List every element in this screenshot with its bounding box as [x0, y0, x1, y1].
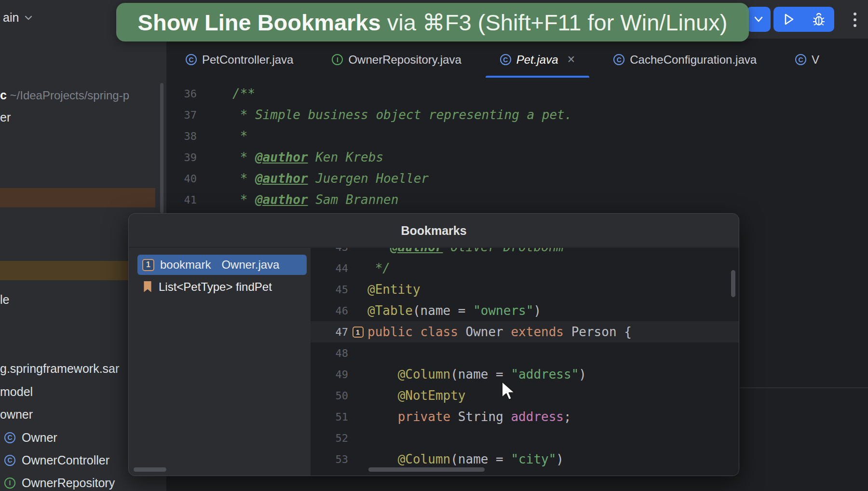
code-line-36: 36/**	[166, 83, 868, 104]
line-number[interactable]: 48	[311, 347, 348, 359]
code-line-39: 39 * @author Ken Krebs	[166, 147, 868, 168]
class-icon: C	[500, 54, 511, 65]
bug-icon	[812, 12, 826, 27]
class-icon: C	[4, 455, 15, 466]
code-line-43: 43 * @author Oliver Drotbohm	[311, 248, 739, 258]
line-number[interactable]: 36	[166, 88, 197, 100]
tree-item-interface-ownerrepository[interactable]: I OwnerRepository	[4, 472, 115, 491]
code-text: * Simple business object representing a …	[232, 108, 572, 122]
preview-horizontal-scrollbar[interactable]	[368, 467, 485, 472]
tree-item-label: OwnerController	[22, 453, 109, 467]
line-number[interactable]: 52	[311, 432, 348, 444]
tree-item-class-ownercontroller[interactable]: C OwnerController	[4, 450, 109, 471]
gutter[interactable]: 1	[348, 327, 367, 338]
class-icon: C	[4, 432, 15, 443]
line-number[interactable]: 37	[166, 109, 197, 121]
editor[interactable]: 36/**37 * Simple business object represe…	[166, 83, 868, 210]
tree-item-highlighted[interactable]	[0, 188, 155, 207]
line-number[interactable]: 40	[166, 173, 197, 185]
list-horizontal-scrollbar[interactable]	[134, 467, 166, 472]
code-line-46: 46@Table(name = "owners")	[311, 300, 739, 321]
code-line-49: 49 @Column(name = "address")	[311, 364, 739, 385]
tab-label: V	[812, 53, 819, 67]
code-text: *	[232, 129, 247, 143]
close-icon[interactable]: ×	[567, 53, 575, 66]
run-config-chevron-button[interactable]	[746, 7, 771, 32]
editor-tab-petcontroller-java[interactable]: CPetController.java	[166, 41, 312, 78]
code-text: * @author Sam Brannen	[232, 192, 398, 207]
code-text: */	[367, 261, 390, 275]
debug-button[interactable]	[805, 7, 832, 32]
code-line-41: 41 * @author Sam Brannen	[166, 189, 868, 210]
bookmark-list-item[interactable]: 1 bookmark Owner.java	[137, 255, 307, 275]
line-number[interactable]: 46	[311, 305, 348, 317]
line-number[interactable]: 53	[311, 453, 348, 465]
code-text: * @author Ken Krebs	[232, 150, 383, 164]
line-number[interactable]: 38	[166, 130, 197, 142]
preview-vertical-scrollbar[interactable]	[731, 270, 735, 297]
project-root-label: c	[0, 88, 7, 102]
more-menu-button[interactable]	[847, 13, 863, 27]
editor-tab-pet-java[interactable]: CPet.java×	[481, 41, 595, 78]
bookmarks-popup: Bookmarks 1 bookmark Owner.java List<Pet…	[128, 213, 739, 476]
tree-item-fragment[interactable]: le	[0, 291, 9, 308]
code-line-51: 51 private String address;	[311, 406, 739, 427]
popup-title: Bookmarks	[129, 214, 739, 247]
ide-window: ain	[0, 0, 868, 491]
code-text: * @author Juergen Hoeller	[232, 171, 429, 186]
bookmarks-list: 1 bookmark Owner.java List<PetType> find…	[129, 248, 311, 476]
code-text: * @author Oliver Drotbohm	[367, 248, 564, 254]
bookmark-flag-icon	[142, 281, 153, 293]
run-button[interactable]	[775, 7, 802, 32]
bookmark-mnemonic-badge[interactable]: 1	[353, 327, 364, 338]
tree-item-fragment[interactable]: er	[0, 109, 11, 125]
sidebar-scrollbar[interactable]	[160, 83, 163, 213]
tree-item-project-root[interactable]: c ~/IdeaProjects/spring-p	[0, 87, 129, 103]
tab-label: CacheConfiguration.java	[630, 53, 757, 67]
tree-item-package[interactable]: g.springframework.sar	[0, 360, 119, 377]
line-number[interactable]: 39	[166, 151, 197, 164]
bookmark-list-item[interactable]: List<PetType> findPet	[137, 277, 307, 297]
editor-tab-v[interactable]: CV	[776, 41, 839, 78]
project-root-path: ~/IdeaProjects/spring-p	[7, 89, 129, 102]
bookmark-item-file: Owner.java	[221, 258, 279, 272]
line-number[interactable]: 49	[311, 368, 348, 381]
class-icon: C	[613, 54, 624, 65]
interface-icon: I	[332, 54, 343, 65]
line-number[interactable]: 45	[311, 284, 348, 296]
code-text: @Column(name = "city")	[367, 452, 564, 466]
line-number[interactable]: 43	[311, 248, 348, 253]
line-number[interactable]: 47	[311, 326, 348, 338]
panel-divider	[740, 387, 868, 388]
bookmark-mnemonic-badge: 1	[142, 259, 154, 271]
run-debug-group	[773, 7, 834, 32]
editor-tab-ownerrepository-java[interactable]: IOwnerRepository.java	[312, 41, 480, 78]
code-text: @NotEmpty	[367, 388, 466, 403]
project-label: ain	[3, 11, 19, 25]
project-widget[interactable]: ain	[3, 11, 33, 25]
class-icon: C	[186, 54, 197, 65]
line-number[interactable]: 51	[311, 411, 348, 423]
code-text: /**	[232, 86, 255, 101]
tree-item-label: OwnerRepository	[22, 476, 115, 490]
tree-item-class-owner[interactable]: C Owner	[4, 427, 57, 448]
preview-code[interactable]: 43 * @author Oliver Drotbohm44 */45@Enti…	[311, 248, 739, 470]
tree-item-package-model[interactable]: model	[0, 383, 33, 400]
line-number[interactable]: 41	[166, 194, 197, 206]
line-number[interactable]: 50	[311, 390, 348, 402]
code-text: public class Owner extends Person {	[367, 325, 632, 339]
class-icon: C	[795, 54, 806, 65]
editor-tab-cacheconfiguration-java[interactable]: CCacheConfiguration.java	[594, 41, 776, 78]
play-icon	[783, 13, 795, 26]
code-line-40: 40 * @author Juergen Hoeller	[166, 168, 868, 189]
editor-bottom-line[interactable]: 55 @OneToMany(cascade = CascadeType.ALL,…	[166, 486, 868, 491]
tab-label: PetController.java	[202, 53, 293, 67]
banner-shortcut-text: via ⌘F3 (Shift+F11 for Win/Linux)	[381, 9, 728, 36]
bookmark-preview-editor: 43 * @author Oliver Drotbohm44 */45@Enti…	[311, 248, 739, 476]
code-line-45: 45@Entity	[311, 279, 739, 300]
code-line-53: 53 @Column(name = "city")	[311, 449, 739, 470]
code-line-48: 48	[311, 342, 739, 364]
tree-item-package-owner[interactable]: owner	[0, 406, 33, 423]
code-text: @Column(name = "address")	[367, 367, 586, 382]
line-number[interactable]: 44	[311, 262, 348, 274]
